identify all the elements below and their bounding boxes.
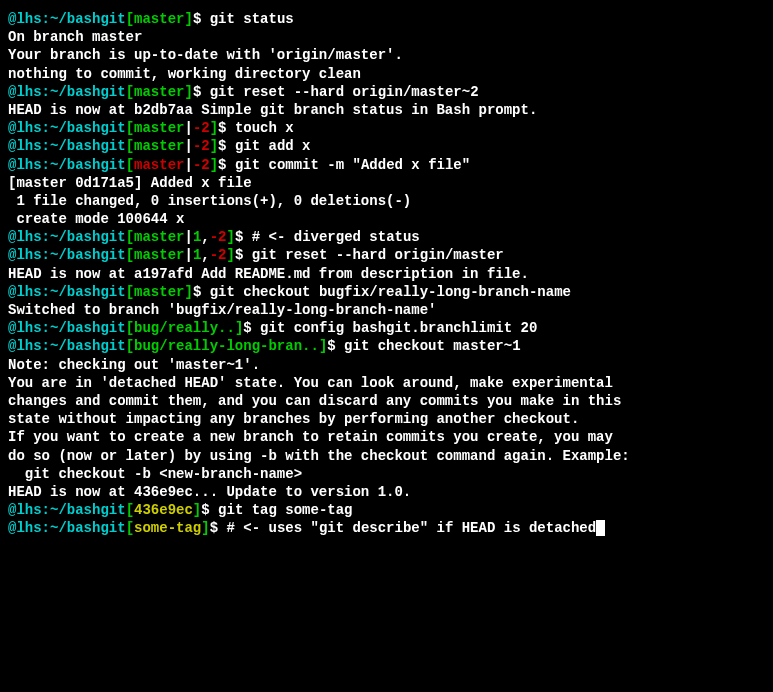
branch-bracket: [master|1,-2] [126, 247, 235, 263]
behind-count: -2 [193, 138, 210, 154]
user-host: @lhs:~/bashgit [8, 247, 126, 263]
command: touch x [235, 120, 294, 136]
output-line: Note: checking out 'master~1'. [8, 356, 765, 374]
terminal[interactable]: @lhs:~/bashgit[master]$ git status On br… [8, 10, 765, 537]
prompt-line: @lhs:~/bashgit[master|-2]$ touch x [8, 119, 765, 137]
output-line: git checkout -b <new-branch-name> [8, 465, 765, 483]
output-line: [master 0d171a5] Added x file [8, 174, 765, 192]
command: git add x [235, 138, 311, 154]
branch-bracket: [master|-2] [126, 120, 218, 136]
user-host: @lhs:~/bashgit [8, 338, 126, 354]
output-line: You are in 'detached HEAD' state. You ca… [8, 374, 765, 392]
output-line: Your branch is up-to-date with 'origin/m… [8, 46, 765, 64]
output-line: 1 file changed, 0 insertions(+), 0 delet… [8, 192, 765, 210]
prompt-line: @lhs:~/bashgit[master]$ git status [8, 10, 765, 28]
user-host: @lhs:~/bashgit [8, 229, 126, 245]
behind-count: -2 [193, 157, 210, 173]
prompt-line: @lhs:~/bashgit[master|1,-2]$ git reset -… [8, 246, 765, 264]
output-line: state without impacting any branches by … [8, 410, 765, 428]
command: git checkout master~1 [344, 338, 520, 354]
cursor [596, 520, 605, 536]
command: git reset --hard origin/master [252, 247, 504, 263]
command: git checkout bugfix/really-long-branch-n… [210, 284, 571, 300]
user-host: @lhs:~/bashgit [8, 284, 126, 300]
output-line: On branch master [8, 28, 765, 46]
prompt-line: @lhs:~/bashgit[master|1,-2]$ # <- diverg… [8, 228, 765, 246]
branch-bracket: [master] [126, 84, 193, 100]
prompt-line: @lhs:~/bashgit[some-tag]$ # <- uses "git… [8, 519, 765, 537]
user-host: @lhs:~/bashgit [8, 120, 126, 136]
user-host: @lhs:~/bashgit [8, 138, 126, 154]
output-line: HEAD is now at a197afd Add README.md fro… [8, 265, 765, 283]
output-line: HEAD is now at b2db7aa Simple git branch… [8, 101, 765, 119]
user-host: @lhs:~/bashgit [8, 11, 126, 27]
command: git tag some-tag [218, 502, 352, 518]
user-host: @lhs:~/bashgit [8, 520, 126, 536]
branch-bracket: [some-tag] [126, 520, 210, 536]
branch-bracket: [master] [126, 284, 193, 300]
command: git commit -m "Added x file" [235, 157, 470, 173]
command: git reset --hard origin/master~2 [210, 84, 479, 100]
branch-bracket: [bug/really-long-bran..] [126, 338, 328, 354]
output-line: Switched to branch 'bugfix/really-long-b… [8, 301, 765, 319]
branch-bracket: [master|1,-2] [126, 229, 235, 245]
behind-count: -2 [210, 247, 227, 263]
prompt-line: @lhs:~/bashgit[436e9ec]$ git tag some-ta… [8, 501, 765, 519]
branch-bracket: [master|-2] [126, 138, 218, 154]
output-line: changes and commit them, and you can dis… [8, 392, 765, 410]
branch-bracket: [master] [126, 11, 193, 27]
output-line: If you want to create a new branch to re… [8, 428, 765, 446]
user-host: @lhs:~/bashgit [8, 502, 126, 518]
branch-bracket: [436e9ec] [126, 502, 202, 518]
prompt-line: @lhs:~/bashgit[master]$ git reset --hard… [8, 83, 765, 101]
prompt-line: @lhs:~/bashgit[master|-2]$ git commit -m… [8, 156, 765, 174]
user-host: @lhs:~/bashgit [8, 320, 126, 336]
command: git config bashgit.branchlimit 20 [260, 320, 537, 336]
branch-bracket: [master|-2] [126, 157, 218, 173]
prompt-line: @lhs:~/bashgit[bug/really..]$ git config… [8, 319, 765, 337]
output-line: HEAD is now at 436e9ec... Update to vers… [8, 483, 765, 501]
command: git status [210, 11, 294, 27]
user-host: @lhs:~/bashgit [8, 84, 126, 100]
prompt-line: @lhs:~/bashgit[master|-2]$ git add x [8, 137, 765, 155]
prompt-line: @lhs:~/bashgit[bug/really-long-bran..]$ … [8, 337, 765, 355]
user-host: @lhs:~/bashgit [8, 157, 126, 173]
output-line: do so (now or later) by using -b with th… [8, 447, 765, 465]
behind-count: -2 [210, 229, 227, 245]
command: # <- diverged status [252, 229, 420, 245]
command: # <- uses "git describe" if HEAD is deta… [226, 520, 596, 536]
behind-count: -2 [193, 120, 210, 136]
branch-bracket: [bug/really..] [126, 320, 244, 336]
prompt-line: @lhs:~/bashgit[master]$ git checkout bug… [8, 283, 765, 301]
output-line: nothing to commit, working directory cle… [8, 65, 765, 83]
output-line: create mode 100644 x [8, 210, 765, 228]
